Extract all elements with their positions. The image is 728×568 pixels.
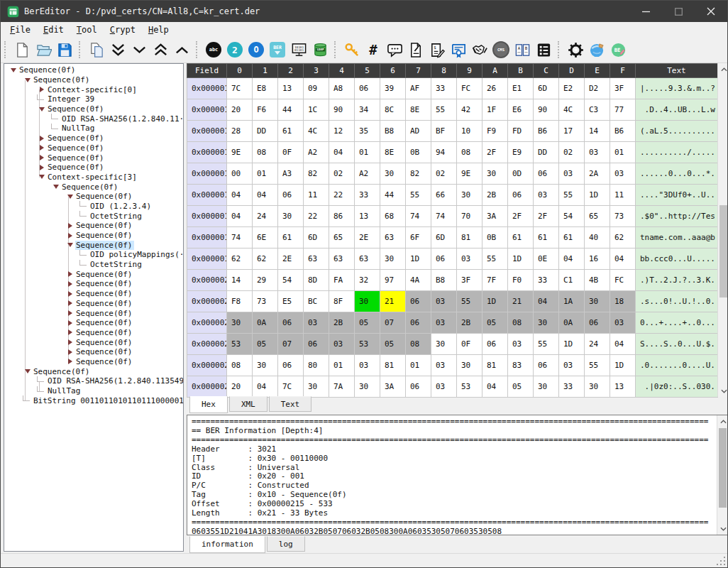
hex-byte-cell[interactable]: 2B [329, 312, 355, 334]
tree-item[interactable]: Sequence(0f) [4, 337, 183, 347]
hex-byte-cell[interactable]: 4C [559, 99, 585, 121]
hex-byte-cell[interactable]: 03 [534, 185, 559, 206]
hex-byte-cell[interactable]: 1D [559, 334, 585, 355]
expanded-arrow-icon[interactable] [39, 107, 45, 111]
hex-byte-cell[interactable]: 06 [585, 312, 610, 334]
hex-byte-cell[interactable]: B6 [610, 121, 636, 142]
tree-item[interactable]: Sequence(0f) [4, 328, 183, 338]
hex-byte-cell[interactable]: 2A [585, 163, 610, 185]
hex-byte-cell[interactable]: 13 [278, 78, 304, 99]
hex-byte-cell[interactable]: DD [253, 121, 278, 142]
ldap-tool-button[interactable]: LDAP [309, 39, 331, 60]
tree-item[interactable]: Sequence(0f) [4, 221, 183, 231]
tree-item[interactable]: Sequence(0f) [4, 289, 183, 299]
hex-byte-cell[interactable]: 4C [304, 121, 329, 142]
hex-byte-cell[interactable]: F8 [227, 291, 253, 312]
hex-byte-cell[interactable]: 77 [610, 99, 636, 121]
certificate-button[interactable] [448, 39, 469, 60]
base2-tool-button[interactable]: 2 [224, 39, 246, 60]
hex-byte-cell[interactable]: 81 [482, 355, 508, 376]
cms-tool-button[interactable]: CMS [490, 39, 512, 60]
hex-byte-cell[interactable]: 11 [610, 185, 636, 206]
hex-byte-cell[interactable]: 29 [253, 270, 278, 291]
hex-byte-cell[interactable]: 06 [406, 291, 431, 312]
hex-byte-cell[interactable]: 04 [534, 291, 559, 312]
scroll-down-arrow[interactable] [718, 385, 728, 397]
hex-byte-cell[interactable]: 35 [355, 121, 380, 142]
hex-byte-cell[interactable]: 06 [508, 185, 534, 206]
hex-byte-cell[interactable]: 06 [304, 334, 329, 355]
compare-button[interactable]: AB [512, 39, 533, 60]
hex-byte-cell[interactable]: 8C [380, 99, 406, 121]
tree-item[interactable]: Sequence(0f) [4, 153, 183, 163]
expand-button[interactable] [128, 39, 150, 60]
hex-byte-cell[interactable]: 6F [406, 227, 431, 248]
hex-byte-cell[interactable]: AF [406, 78, 431, 99]
hex-byte-cell[interactable]: FC [610, 270, 636, 291]
hex-byte-cell[interactable]: B8 [380, 121, 406, 142]
tree-item[interactable]: Sequence(0f) [4, 308, 183, 318]
hex-byte-cell[interactable]: 94 [431, 142, 457, 163]
hex-byte-cell[interactable]: 04 [610, 248, 636, 270]
tree-item[interactable]: Sequence(0f) [4, 299, 183, 309]
collapsed-arrow-icon[interactable] [68, 223, 72, 229]
hex-byte-cell[interactable]: 06 [278, 355, 304, 376]
tree-item[interactable]: OID RSA-SHA256(1.2.840.11··· [4, 114, 183, 124]
scroll-thumb[interactable] [719, 428, 727, 508]
hex-byte-cell[interactable]: 7C [227, 78, 253, 99]
hex-byte-cell[interactable]: 03 [610, 312, 636, 334]
hex-byte-cell[interactable]: 30 [534, 376, 559, 398]
hex-byte-cell[interactable]: C3 [585, 99, 610, 121]
expanded-arrow-icon[interactable] [39, 175, 45, 179]
hex-byte-cell[interactable]: 30 [304, 376, 329, 398]
hex-byte-cell[interactable]: 34 [355, 99, 380, 121]
hex-byte-cell[interactable]: 44 [380, 185, 406, 206]
hex-byte-cell[interactable]: 3F [457, 270, 482, 291]
tab-hex[interactable]: Hex [189, 396, 228, 413]
hex-byte-cell[interactable]: 1C [304, 99, 329, 121]
hex-byte-cell[interactable]: 0F [457, 334, 482, 355]
collapsed-arrow-icon[interactable] [68, 349, 72, 355]
tree-item[interactable]: Sequence(0f) [4, 357, 183, 367]
hex-byte-cell[interactable]: E2 [559, 78, 585, 99]
hex-byte-cell[interactable]: 82 [406, 163, 431, 185]
hex-byte-cell[interactable]: 0A [253, 312, 278, 334]
hex-byte-cell[interactable]: 3A [380, 376, 406, 398]
collapsed-arrow-icon[interactable] [40, 136, 44, 141]
tree-item[interactable]: OID RSA-SHA256(1.2.840.113549··· [4, 376, 183, 386]
ber-tool-button[interactable]: BER [267, 39, 288, 60]
hex-byte-cell[interactable]: 61 [508, 227, 534, 248]
minimize-button[interactable] [629, 1, 662, 22]
hex-byte-cell[interactable]: 53 [457, 376, 482, 398]
hex-byte-cell[interactable]: 03 [431, 376, 457, 398]
hex-byte-cell[interactable]: 04 [610, 334, 636, 355]
hex-byte-cell[interactable]: 65 [585, 206, 610, 227]
hex-byte-cell[interactable]: 55 [585, 355, 610, 376]
tree-item[interactable]: Sequence(0f) [4, 192, 183, 202]
hex-byte-cell[interactable]: 03 [559, 163, 585, 185]
hex-byte-cell[interactable]: 2F [482, 142, 508, 163]
hex-byte-cell[interactable]: AD [406, 121, 431, 142]
scroll-up-arrow[interactable] [718, 63, 728, 75]
hex-byte-cell[interactable]: E8 [253, 78, 278, 99]
hex-byte-cell[interactable]: 04 [253, 376, 278, 398]
hex-byte-cell[interactable]: 12 [329, 121, 355, 142]
menu-edit[interactable]: Edit [37, 24, 70, 36]
hex-byte-cell[interactable]: FA [329, 270, 355, 291]
hex-byte-cell[interactable]: 3F [610, 78, 636, 99]
hex-byte-cell[interactable]: 53 [227, 334, 253, 355]
hex-byte-cell[interactable]: 21 [380, 291, 406, 312]
hex-byte-cell[interactable]: 03 [304, 312, 329, 334]
collapsed-arrow-icon[interactable] [68, 300, 72, 306]
hex-byte-cell[interactable]: 02 [329, 163, 355, 185]
tree-item[interactable]: Sequence(0f) [4, 182, 183, 192]
hex-byte-cell[interactable]: 14 [585, 121, 610, 142]
hex-byte-cell[interactable]: 54 [278, 270, 304, 291]
hex-byte-cell[interactable]: 24 [253, 206, 278, 227]
key-agreement-button[interactable] [469, 39, 490, 60]
hex-byte-cell[interactable]: 01 [253, 163, 278, 185]
hex-byte-cell[interactable]: E6 [508, 99, 534, 121]
hex-byte-cell[interactable]: 3A [482, 206, 508, 227]
tree-item[interactable]: Sequence(0f) [4, 65, 183, 75]
expanded-arrow-icon[interactable] [53, 185, 59, 189]
